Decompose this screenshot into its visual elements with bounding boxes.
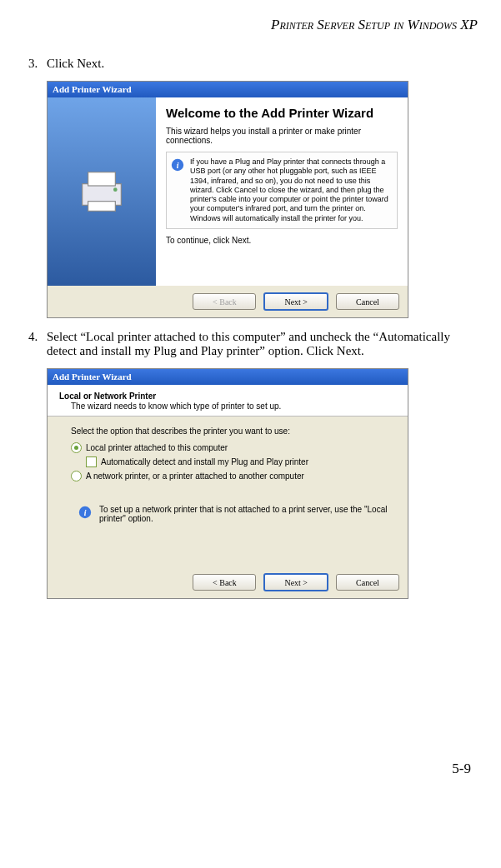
select-option-label: Select the option that describes the pri…	[71, 427, 396, 436]
page-number: 5-9	[23, 611, 478, 777]
titlebar: Add Printer Wizard	[48, 369, 408, 385]
next-button[interactable]: Next >	[263, 292, 328, 311]
cancel-button[interactable]: Cancel	[336, 574, 399, 591]
option-local-printer-label: Local printer attached to this computer	[86, 443, 228, 452]
tip-text: To set up a network printer that is not …	[99, 505, 396, 523]
wizard-intro-text: This wizard helps you install a printer …	[166, 127, 398, 145]
step-4-number: 4.	[28, 330, 47, 358]
step-3: 3. Click Next.	[28, 57, 478, 71]
back-button[interactable]: < Back	[193, 293, 256, 310]
step-4: 4. Select “Local printer attached to thi…	[28, 330, 478, 358]
checkbox-auto-detect[interactable]	[86, 456, 97, 467]
subheader-title: Local or Network Printer	[59, 392, 398, 401]
svg-text:i: i	[177, 161, 179, 170]
step-3-text: Click Next.	[47, 57, 478, 71]
option-auto-detect[interactable]: Automatically detect and install my Plug…	[71, 456, 396, 467]
info-icon: i	[170, 157, 185, 172]
option-auto-detect-label: Automatically detect and install my Plug…	[101, 457, 308, 466]
wizard-heading: Welcome to the Add Printer Wizard	[166, 106, 398, 120]
svg-rect-2	[88, 202, 116, 212]
option-local-printer[interactable]: Local printer attached to this computer	[71, 442, 396, 453]
wizard-local-network-screenshot: Add Printer Wizard Local or Network Prin…	[47, 368, 408, 599]
svg-rect-1	[88, 172, 116, 186]
svg-point-3	[113, 187, 118, 192]
running-header: Printer Server Setup in Windows XP	[23, 17, 478, 33]
info-text: If you have a Plug and Play printer that…	[190, 157, 388, 222]
next-button[interactable]: Next >	[263, 573, 328, 591]
back-button[interactable]: < Back	[193, 574, 256, 591]
info-icon: i	[78, 505, 93, 520]
svg-text:i: i	[84, 508, 87, 517]
printer-icon	[73, 162, 131, 221]
option-network-printer[interactable]: A network printer, or a printer attached…	[71, 471, 396, 481]
wizard-sidebar-art	[48, 97, 156, 286]
radio-local-printer[interactable]	[71, 442, 82, 453]
continue-text: To continue, click Next.	[166, 236, 398, 245]
option-network-printer-label: A network printer, or a printer attached…	[86, 471, 304, 481]
tip-row: i To set up a network printer that is no…	[71, 505, 396, 523]
subheader-subtitle: The wizard needs to know which type of p…	[59, 402, 398, 411]
step-3-number: 3.	[28, 57, 47, 71]
wizard-welcome-screenshot: Add Printer Wizard Welcome to the Add Pr…	[47, 81, 408, 318]
radio-network-printer[interactable]	[71, 471, 82, 481]
step-4-text: Select “Local printer attached to this c…	[47, 330, 478, 358]
wizard-subheader: Local or Network Printer The wizard need…	[48, 385, 408, 417]
titlebar: Add Printer Wizard	[48, 82, 408, 97]
info-box: i If you have a Plug and Play printer th…	[166, 152, 398, 229]
cancel-button[interactable]: Cancel	[336, 293, 399, 310]
